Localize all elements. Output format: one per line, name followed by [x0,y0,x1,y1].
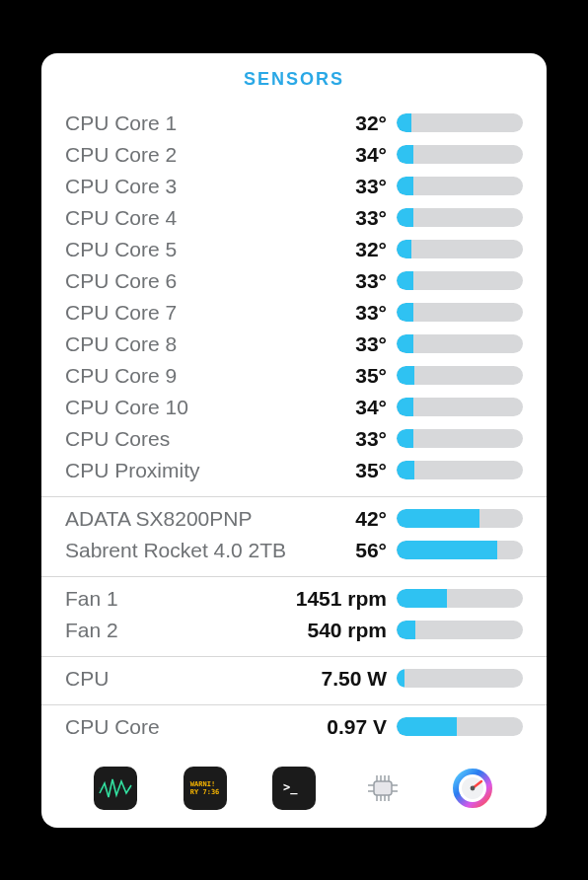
sensor-row: CPU7.50 W [65,663,523,695]
sensor-label: CPU Cores [65,427,355,451]
sensor-bar-fill [397,509,479,528]
sensor-bar [397,398,523,416]
svg-rect-3 [374,781,392,795]
sensor-bar-fill [397,208,413,227]
sensor-section: CPU Core0.97 V [41,705,547,753]
sensor-value: 32° [355,238,397,261]
sensor-value: 33° [355,427,397,451]
sensor-label: CPU [65,667,321,691]
sensor-bar [397,541,523,559]
sensor-bar [397,208,523,227]
speedometer-icon[interactable] [451,767,494,810]
sensor-row: CPU Core 532° [65,234,523,265]
sensor-bar [397,145,523,164]
sensor-value: 33° [355,175,397,198]
sensor-row: ADATA SX8200PNP42° [65,503,523,535]
sensor-row: CPU Core 234° [65,139,523,171]
sensor-section: CPU Core 132°CPU Core 234°CPU Core 333°C… [41,102,547,496]
sensor-value: 42° [355,507,397,531]
panel-title: SENSORS [41,53,547,102]
sensor-row: CPU Core 333° [65,171,523,202]
sensor-bar-fill [397,113,411,132]
sensor-bar-fill [397,240,411,258]
sensor-row: CPU Core 733° [65,297,523,329]
sensor-bar-fill [397,541,497,559]
app-shortcuts-dock: WARNI!RY 7:36 >_ [41,753,547,820]
sensor-bar [397,717,523,736]
sensor-value: 32° [355,111,397,135]
sensor-label: Sabrent Rocket 4.0 2TB [65,539,355,562]
sensor-value: 35° [355,364,397,388]
sensor-section: ADATA SX8200PNP42°Sabrent Rocket 4.0 2TB… [41,497,547,576]
sensor-section: Fan 11451 rpmFan 2540 rpm [41,577,547,656]
sensor-value: 33° [355,332,397,356]
system-info-icon[interactable] [361,767,404,810]
sensor-section: CPU7.50 W [41,657,547,704]
sensor-bar-fill [397,461,414,479]
sensor-bar-fill [397,271,413,290]
terminal-icon[interactable]: >_ [272,767,316,810]
sensor-bar [397,271,523,290]
sensor-row: CPU Core0.97 V [65,711,523,743]
sensor-bar [397,303,523,322]
sensor-bar-fill [397,303,413,322]
sensor-row: CPU Proximity35° [65,455,523,486]
sensor-bar-fill [397,177,413,195]
sensor-bar [397,240,523,258]
sensor-bar-fill [397,621,415,639]
sensor-label: CPU Core 4 [65,206,355,230]
sensor-bar [397,509,523,528]
sensor-row: Fan 2540 rpm [65,615,523,646]
sensor-label: CPU Core 2 [65,143,355,167]
sensors-panel: SENSORS CPU Core 132°CPU Core 234°CPU Co… [41,53,547,828]
sensor-row: Fan 11451 rpm [65,583,523,615]
sensor-bar [397,177,523,195]
sensor-row: CPU Core 833° [65,329,523,360]
sensor-label: CPU Core 7 [65,301,355,325]
sensor-value: 34° [355,143,397,167]
sensor-label: CPU Core 5 [65,238,355,261]
sensor-label: ADATA SX8200PNP [65,507,355,531]
sensor-bar [397,461,523,479]
svg-text:>_: >_ [283,780,298,795]
sensor-label: CPU Core 8 [65,332,355,356]
sensor-label: CPU Proximity [65,459,355,482]
sensor-value: 33° [355,301,397,325]
sensor-value: 540 rpm [307,619,397,642]
console-icon[interactable]: WARNI!RY 7:36 [184,767,227,810]
sensor-label: CPU Core 3 [65,175,355,198]
sensor-row: CPU Core 935° [65,360,523,392]
sensor-row: CPU Core 1034° [65,392,523,423]
sensor-bar-fill [397,145,413,164]
sensor-label: CPU Core 10 [65,396,355,419]
sensor-label: Fan 1 [65,587,296,611]
sensor-bar [397,589,523,608]
sensor-row: CPU Core 633° [65,265,523,297]
sensor-bar-fill [397,669,404,688]
sensor-label: CPU Core 1 [65,111,355,135]
sensor-value: 33° [355,269,397,293]
sensor-bar [397,366,523,385]
sensor-value: 0.97 V [327,715,397,739]
sensor-bar [397,621,523,639]
sensor-bar-fill [397,429,413,448]
activity-monitor-icon[interactable] [94,767,137,810]
sensor-value: 1451 rpm [296,587,397,611]
sensor-value: 34° [355,396,397,419]
sensor-value: 7.50 W [321,667,397,691]
sensor-bar [397,113,523,132]
sensor-row: CPU Cores33° [65,423,523,455]
sensor-value: 35° [355,459,397,482]
sensor-bar-fill [397,589,447,608]
sensor-label: CPU Core 9 [65,364,355,388]
sensor-bar-fill [397,334,413,353]
sensor-label: Fan 2 [65,619,307,642]
sensor-bar [397,429,523,448]
sensor-row: CPU Core 433° [65,202,523,234]
sensor-bar [397,669,523,688]
sensor-bar-fill [397,366,414,385]
sensor-label: CPU Core 6 [65,269,355,293]
sensor-bar-fill [397,398,413,416]
sensor-row: Sabrent Rocket 4.0 2TB56° [65,535,523,566]
sensor-bar-fill [397,717,457,736]
